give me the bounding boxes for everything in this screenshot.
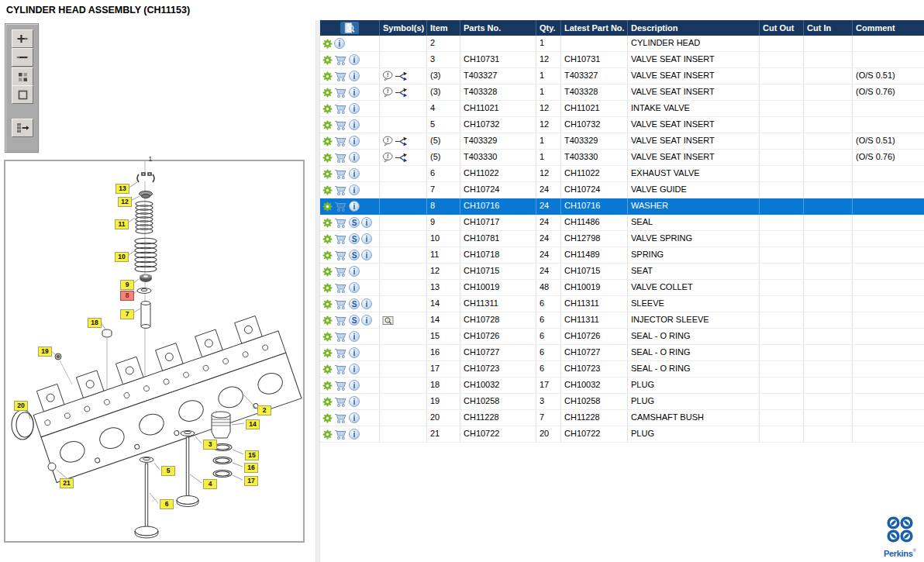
gear-icon[interactable] (322, 381, 333, 391)
info-icon[interactable]: i (349, 364, 360, 374)
gear-icon[interactable] (322, 299, 333, 309)
table-row[interactable]: Si11CH1071824CH11489SPRING (320, 247, 924, 264)
add-to-cart-icon[interactable] (334, 397, 347, 407)
info-icon[interactable]: i (334, 38, 345, 49)
add-to-cart-icon[interactable] (334, 381, 347, 391)
stock-icon[interactable]: S (349, 250, 360, 260)
single-view-button[interactable] (12, 85, 33, 104)
zoom-in-button[interactable] (12, 29, 33, 48)
add-to-cart-icon[interactable] (334, 185, 347, 195)
diagram-callout-15[interactable]: 15 (245, 450, 259, 460)
stock-icon[interactable]: S (349, 315, 360, 326)
diagram-callout-14[interactable]: 14 (246, 419, 260, 429)
add-to-cart-icon[interactable] (334, 315, 347, 326)
table-row[interactable]: i4CH1102112CH11021INTAKE VALVE (320, 101, 924, 117)
diagram-callout-10[interactable]: 10 (115, 252, 129, 262)
diagram-callout-19[interactable]: 19 (38, 347, 52, 357)
table-row[interactable]: i17CH107236CH10723SEAL - O RING (320, 361, 924, 378)
supersession-branch-icon[interactable] (395, 136, 408, 147)
table-row[interactable]: i16CH107276CH10727SEAL - O RING (320, 345, 924, 361)
gear-icon[interactable] (322, 55, 333, 65)
supersession-branch-icon[interactable] (395, 153, 408, 163)
add-to-cart-icon[interactable] (334, 169, 347, 179)
stock-icon[interactable]: S (349, 233, 360, 244)
gear-icon[interactable] (322, 153, 333, 163)
add-to-cart-icon[interactable] (334, 348, 347, 358)
diagram-callout-5[interactable]: 5 (161, 466, 175, 476)
table-row[interactable]: i!(5)T4033301T403330VALVE SEAT INSERT(O/… (320, 150, 924, 166)
info-icon[interactable]: i (349, 168, 360, 179)
gear-icon[interactable] (322, 348, 333, 358)
note-icon[interactable]: ! (382, 136, 394, 147)
add-to-cart-icon[interactable] (334, 234, 347, 244)
header-item[interactable]: Item (427, 20, 460, 36)
info-icon[interactable]: i (349, 282, 360, 293)
table-row[interactable]: i7CH1072424CH10724VALVE GUIDE (320, 182, 924, 198)
add-to-cart-icon[interactable] (334, 364, 347, 374)
gear-icon[interactable] (322, 283, 333, 293)
info-icon[interactable]: i (361, 250, 372, 260)
info-icon[interactable]: i (361, 217, 372, 228)
table-row[interactable]: i18CH1003217CH10032PLUG (320, 378, 924, 394)
header-comment[interactable]: Comment (853, 20, 924, 36)
info-icon[interactable]: i (361, 233, 372, 244)
collapse-panel-button[interactable] (12, 119, 33, 137)
gear-icon[interactable] (322, 202, 333, 212)
gear-icon[interactable] (322, 397, 333, 407)
stock-icon[interactable]: S (349, 298, 360, 309)
add-to-cart-icon[interactable] (334, 429, 347, 440)
supersession-branch-icon[interactable] (395, 71, 408, 81)
table-row[interactable]: Si14CH107286CH11311INJECTOR SLEEVE (320, 312, 924, 329)
add-to-cart-icon[interactable] (334, 283, 347, 293)
zoom-out-button[interactable] (12, 48, 33, 67)
header-qty[interactable]: Qty. (536, 20, 561, 36)
diagram-callout-13[interactable]: 13 (116, 184, 129, 194)
table-row[interactable]: i21CYLINDER HEAD (320, 36, 924, 52)
header-parts-no[interactable]: Parts No. (460, 20, 536, 36)
table-row[interactable]: i!(3)T4033281T403328VALVE SEAT INSERT(O/… (320, 84, 924, 101)
table-row[interactable]: i5CH1073212CH10732VALVE SEAT INSERT (320, 117, 924, 133)
add-to-cart-icon[interactable] (334, 267, 347, 277)
gear-icon[interactable] (322, 267, 333, 277)
diagram-callout-18[interactable]: 18 (88, 318, 102, 328)
diagram-callout-2[interactable]: 2 (257, 405, 271, 415)
gear-icon[interactable] (322, 315, 333, 326)
note-icon[interactable]: ! (382, 71, 394, 81)
add-to-cart-icon[interactable] (334, 218, 347, 228)
diagram-callout-1[interactable]: 1 (143, 153, 157, 164)
gear-icon[interactable] (322, 169, 333, 179)
info-icon[interactable]: i (349, 380, 360, 391)
header-latest-part-no[interactable]: Latest Part No. (561, 20, 628, 36)
note-icon[interactable]: ! (382, 152, 394, 163)
info-icon[interactable]: i (349, 396, 360, 407)
table-row[interactable]: i3CH1073112CH10731VALVE SEAT INSERT (320, 52, 924, 68)
gear-icon[interactable] (322, 234, 333, 244)
table-row[interactable]: i6CH1102212CH11022EXHAUST VALVE (320, 166, 924, 182)
add-to-cart-icon[interactable] (334, 88, 347, 98)
add-to-cart-icon[interactable] (334, 250, 347, 260)
add-to-cart-icon[interactable] (334, 299, 347, 309)
info-icon[interactable]: i (349, 201, 360, 212)
info-icon[interactable]: i (349, 71, 360, 81)
diagram-callout-3[interactable]: 3 (203, 440, 217, 450)
table-row[interactable]: i19CH102583CH10258PLUG (320, 394, 924, 410)
table-row[interactable]: i13CH1001948CH10019VALVE COLLET (320, 280, 924, 296)
gear-icon[interactable] (322, 120, 333, 130)
stock-icon[interactable]: S (349, 217, 360, 228)
table-row[interactable]: i!(5)T4033291T403329VALVE SEAT INSERT(O/… (320, 133, 924, 150)
info-icon[interactable]: i (349, 136, 360, 147)
diagram-callout-12[interactable]: 12 (118, 197, 132, 207)
note-icon[interactable]: ! (382, 87, 394, 98)
gear-icon[interactable] (322, 429, 333, 440)
header-cut-out[interactable]: Cut Out (760, 20, 804, 36)
info-icon[interactable]: i (349, 184, 360, 195)
add-to-cart-icon[interactable] (334, 55, 347, 65)
table-row[interactable]: Si14CH113116CH11311SLEEVE (320, 296, 924, 312)
header-description[interactable]: Description (628, 20, 760, 36)
info-icon[interactable]: i (349, 87, 360, 98)
diagram-callout-16[interactable]: 16 (244, 463, 258, 473)
add-to-cart-icon[interactable] (334, 104, 347, 114)
supersession-branch-icon[interactable] (395, 88, 408, 98)
info-icon[interactable]: i (349, 152, 360, 163)
table-row[interactable]: i!(3)T4033271T403327VALVE SEAT INSERT(O/… (320, 68, 924, 84)
